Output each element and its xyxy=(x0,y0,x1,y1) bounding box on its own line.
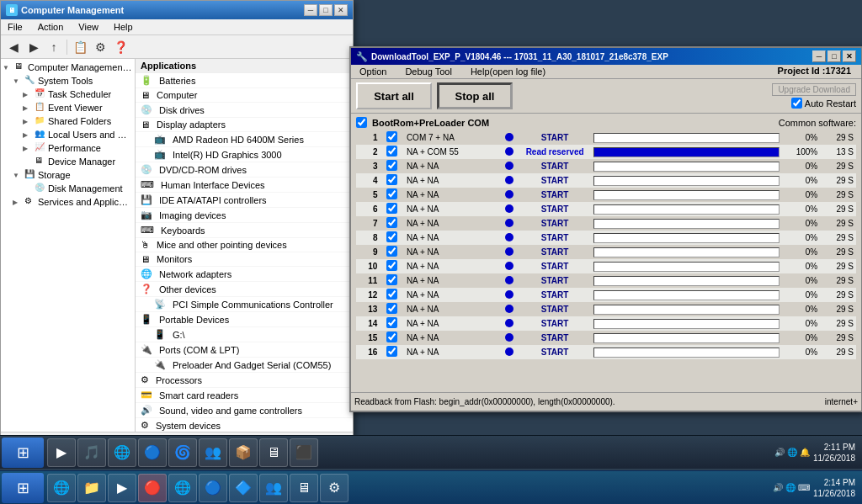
taskbar-app-2-9[interactable]: ⬛ xyxy=(290,438,318,467)
taskbar-app-1[interactable]: 🌐 xyxy=(47,474,76,502)
cm-menu-help[interactable]: Help xyxy=(110,21,136,33)
tree-node-eventviewer[interactable]: ▶ 📋 Event Viewer xyxy=(21,101,135,114)
tree-node-taskscheduler[interactable]: ▶ 📅 Task Scheduler xyxy=(21,88,135,101)
row-checkbox-cell[interactable] xyxy=(380,288,403,302)
row-checkbox-cell[interactable] xyxy=(380,216,403,231)
dl-close-button[interactable]: ✕ xyxy=(843,50,856,62)
tree-node-services[interactable]: ▶ ⚙ Services and Applications xyxy=(11,195,135,209)
detail-item[interactable]: 🖥Display adapters xyxy=(136,118,353,132)
detail-item[interactable]: 🔌Preloader And Gadget Serial (COM55) xyxy=(136,358,353,373)
detail-item[interactable]: 💾IDE ATA/ATAPI controllers xyxy=(136,193,353,208)
start-button-2[interactable]: ⊞ xyxy=(2,438,44,468)
detail-item[interactable]: ❓Other devices xyxy=(136,282,353,297)
taskbar-app-2-3[interactable]: 🌐 xyxy=(108,438,136,467)
forward-button[interactable]: ▶ xyxy=(24,38,43,56)
detail-item[interactable]: ⚙Processors xyxy=(136,373,353,388)
row-checkbox[interactable] xyxy=(386,303,397,314)
row-checkbox-cell[interactable] xyxy=(380,302,403,316)
minimize-button[interactable]: ─ xyxy=(304,4,317,16)
taskbar-app-2-6[interactable]: 👥 xyxy=(199,438,227,467)
row-checkbox-cell[interactable] xyxy=(380,259,403,273)
row-checkbox-cell[interactable] xyxy=(380,245,403,259)
detail-item[interactable]: 💿Disk drives xyxy=(136,103,353,118)
auto-restart-checkbox[interactable] xyxy=(791,98,802,109)
taskbar-app-2-7[interactable]: 📦 xyxy=(229,438,258,467)
dl-minimize-button[interactable]: ─ xyxy=(812,50,826,62)
row-checkbox-cell[interactable] xyxy=(380,188,403,202)
detail-item[interactable]: ⌨Human Interface Devices xyxy=(136,178,353,193)
row-checkbox-cell[interactable] xyxy=(380,345,403,359)
row-checkbox-cell[interactable] xyxy=(380,231,403,245)
taskbar-app-2[interactable]: 📁 xyxy=(77,474,106,502)
row-checkbox-cell[interactable] xyxy=(380,331,403,345)
row-checkbox-cell[interactable] xyxy=(380,202,403,216)
detail-item[interactable]: 💳Smart card readers xyxy=(136,388,353,403)
tree-node-diskmanagement[interactable]: ▶ 💿 Disk Management xyxy=(21,182,135,195)
taskbar-app-2-8[interactable]: 🖥 xyxy=(259,438,288,467)
row-checkbox[interactable] xyxy=(386,246,397,257)
row-checkbox-cell[interactable] xyxy=(380,159,403,173)
back-button[interactable]: ◀ xyxy=(4,38,23,56)
taskbar-app-2-5[interactable]: 🌀 xyxy=(168,438,197,467)
start-button[interactable]: ⊞ xyxy=(2,473,44,503)
row-checkbox[interactable] xyxy=(386,332,397,342)
taskbar-app-8[interactable]: 👥 xyxy=(259,474,288,502)
taskbar-app-3[interactable]: ▶ xyxy=(108,474,136,502)
row-checkbox[interactable] xyxy=(386,217,397,228)
row-checkbox-cell[interactable] xyxy=(380,273,403,288)
row-checkbox-cell[interactable] xyxy=(380,173,403,188)
detail-item[interactable]: 📷Imaging devices xyxy=(136,208,353,223)
detail-item[interactable]: 🖥Monitors xyxy=(136,252,353,267)
upgrade-download-button[interactable]: Upgrade Download xyxy=(772,83,856,96)
taskbar-app-5[interactable]: 🌐 xyxy=(168,474,197,502)
cm-menu-file[interactable]: File xyxy=(4,21,26,33)
detail-item[interactable]: 🌐Network adapters xyxy=(136,267,353,282)
row-checkbox[interactable] xyxy=(386,203,397,214)
detail-item[interactable]: 📱Portable Devices xyxy=(136,312,353,327)
row-checkbox-cell[interactable] xyxy=(380,316,403,331)
row-checkbox[interactable] xyxy=(386,131,397,142)
row-checkbox[interactable] xyxy=(386,317,397,328)
up-button[interactable]: ↑ xyxy=(45,38,63,56)
show-hide-console-button[interactable]: 📋 xyxy=(71,38,89,56)
taskbar-app-7[interactable]: 🔷 xyxy=(229,474,258,502)
detail-item[interactable]: 📱G:\ xyxy=(136,327,353,342)
properties-button[interactable]: ⚙ xyxy=(91,38,109,56)
row-checkbox[interactable] xyxy=(386,174,397,185)
dl-menu-debug[interactable]: Debug Tool xyxy=(400,66,456,77)
taskbar-app-4[interactable]: 🔴 xyxy=(138,474,167,502)
taskbar-app-9[interactable]: 🖥 xyxy=(290,474,318,502)
maximize-button[interactable]: □ xyxy=(319,4,333,16)
detail-item[interactable]: 💿DVD/CD-ROM drives xyxy=(136,162,353,178)
start-all-button[interactable]: Start all xyxy=(356,82,432,109)
taskbar-app-10[interactable]: ⚙ xyxy=(320,474,349,502)
row-checkbox[interactable] xyxy=(386,346,397,357)
detail-item[interactable]: 🔋Batteries xyxy=(136,73,353,88)
cm-menu-action[interactable]: Action xyxy=(35,21,67,33)
dl-menu-option[interactable]: Option xyxy=(354,66,391,77)
tree-node-root[interactable]: ▼ 🖥 Computer Management (Local xyxy=(1,61,135,74)
detail-item[interactable]: 📺Intel(R) HD Graphics 3000 xyxy=(136,147,353,162)
tree-node-localusers[interactable]: ▶ 👥 Local Users and Groups xyxy=(21,128,135,141)
taskbar-app-2-4[interactable]: 🔵 xyxy=(138,438,167,467)
tree-node-systemtools[interactable]: ▼ 🔧 System Tools xyxy=(11,74,135,88)
detail-item[interactable]: 📡PCI Simple Communications Controller xyxy=(136,297,353,312)
detail-item[interactable]: 🖱Mice and other pointing devices xyxy=(136,238,353,252)
row-checkbox-cell[interactable] xyxy=(380,130,403,145)
row-checkbox[interactable] xyxy=(386,260,397,271)
taskbar-app-2-1[interactable]: ▶ xyxy=(47,438,76,467)
row-checkbox[interactable] xyxy=(386,274,397,285)
row-checkbox[interactable] xyxy=(386,160,397,171)
detail-item[interactable]: 📺AMD Radeon HD 6400M Series xyxy=(136,132,353,147)
tree-node-performance[interactable]: ▶ 📈 Performance xyxy=(21,141,135,155)
detail-item[interactable]: 🖥Computer xyxy=(136,88,353,103)
tree-node-sharedfolders[interactable]: ▶ 📁 Shared Folders xyxy=(21,114,135,128)
taskbar-app-6[interactable]: 🔵 xyxy=(199,474,227,502)
close-button[interactable]: ✕ xyxy=(334,4,348,16)
row-checkbox-cell[interactable] xyxy=(380,145,403,159)
dl-menu-help[interactable]: Help(open log file) xyxy=(466,66,551,77)
row-checkbox[interactable] xyxy=(386,231,397,242)
dl-maximize-button[interactable]: □ xyxy=(827,50,841,62)
bootrom-checkbox[interactable] xyxy=(356,117,367,128)
row-checkbox[interactable] xyxy=(386,146,397,157)
